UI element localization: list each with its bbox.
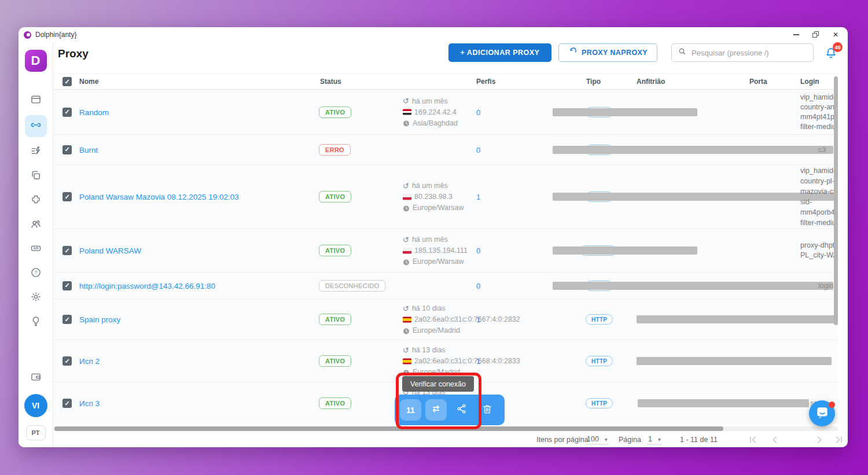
window-titlebar: Dolphin{anty} <box>19 27 848 42</box>
timezone: Europe/Madrid <box>413 325 460 336</box>
clock-icon <box>403 369 410 375</box>
last-page-button[interactable] <box>834 435 844 445</box>
checked-time: há 13 dias <box>412 345 446 356</box>
page-select[interactable]: 1 <box>647 435 662 445</box>
app-icon <box>24 31 31 39</box>
proxy-name-link[interactable]: Poland WARSAW <box>79 246 141 255</box>
proxy-naproxy-button[interactable]: PROXY NAPROXY <box>558 43 657 62</box>
profiles-count[interactable]: 0 <box>476 145 480 154</box>
profiles-count[interactable]: 0 <box>476 108 480 116</box>
proxy-name-link[interactable]: Исп 3 <box>79 399 100 408</box>
status-badge: ATIVO <box>319 355 351 367</box>
row-checkbox[interactable] <box>62 246 72 255</box>
page-label: Página <box>619 436 641 444</box>
sidebar-item-extensions[interactable] <box>25 191 47 210</box>
user-avatar[interactable]: VI <box>24 394 47 417</box>
row-checkbox[interactable] <box>62 356 72 366</box>
status-badge: ATIVO <box>319 397 351 409</box>
profiles-count[interactable]: 1 <box>476 193 480 201</box>
column-perfis: Perfis <box>476 78 495 86</box>
proxy-naproxy-label: PROXY NAPROXY <box>582 49 648 57</box>
column-porta: Porta <box>749 78 767 86</box>
redaction-bar <box>553 282 833 290</box>
trash-icon <box>481 403 493 417</box>
sidebar-item-team[interactable] <box>25 215 47 234</box>
restore-button[interactable] <box>806 27 826 42</box>
column-anfitriao: Anfitrião <box>637 78 665 86</box>
column-nome: Nome <box>79 78 98 86</box>
profiles-count[interactable]: 0 <box>476 281 480 290</box>
proxy-name-link[interactable]: http://login:password@143.42.66.91:80 <box>79 281 215 290</box>
row-checkbox[interactable] <box>62 192 72 201</box>
clock-icon <box>403 204 410 211</box>
redaction-bar <box>637 315 838 323</box>
iraq-flag-icon <box>403 109 411 115</box>
proxy-name-link[interactable]: Random <box>79 108 109 116</box>
selected-count-badge: 11 <box>400 399 421 421</box>
connection-info: há 10 dias 2a02:6ea0:c31c:0:7667:4:0:283… <box>403 303 520 336</box>
login-cell: vip_hamidocountry-pl-r mazovia-citsid- m… <box>800 165 838 228</box>
proxy-name-link[interactable]: Burnt <box>79 145 98 154</box>
profiles-count[interactable]: 1 <box>476 315 480 324</box>
check-connection-button[interactable] <box>425 399 447 421</box>
verify-connection-tooltip: Verificar conexão <box>402 376 474 392</box>
items-per-page-select[interactable]: 100 <box>586 435 609 445</box>
history-icon <box>403 234 409 245</box>
close-button[interactable] <box>826 27 845 42</box>
delete-button[interactable] <box>476 399 498 421</box>
proxy-name-link[interactable]: Spain proxy <box>79 315 120 324</box>
svg-text:API: API <box>33 246 39 250</box>
vertical-scrollbar-thumb[interactable] <box>834 76 838 325</box>
help-icon: ? <box>30 267 42 281</box>
svg-text:?: ? <box>34 270 37 275</box>
minimize-button[interactable] <box>786 27 806 42</box>
status-badge: ERRO <box>319 144 351 156</box>
row-checkbox[interactable] <box>62 281 72 290</box>
sidebar-item-help[interactable]: ? <box>25 264 47 283</box>
search-input[interactable] <box>692 49 807 57</box>
profiles-count[interactable]: 1 <box>476 357 480 366</box>
poland-flag-icon <box>403 194 411 200</box>
share-icon <box>455 403 468 417</box>
row-checkbox[interactable] <box>62 145 72 154</box>
clock-icon <box>403 327 410 334</box>
poland-flag-icon <box>403 248 411 253</box>
language-button[interactable]: PT <box>26 425 46 440</box>
column-login: Login <box>800 78 819 86</box>
sidebar-item-ideas[interactable] <box>25 312 47 332</box>
sidebar-item-browser-profiles[interactable] <box>25 91 47 110</box>
ip-address: 185.135.194.111 <box>414 245 468 256</box>
sidebar-item-tabs[interactable] <box>25 167 47 186</box>
sidebar-item-api[interactable]: API <box>25 240 47 259</box>
checked-time: há 10 dias <box>412 303 446 314</box>
sidebar-item-automation[interactable] <box>25 142 47 161</box>
proxy-name-link[interactable]: Исп 2 <box>79 357 100 366</box>
checked-time: há um mês <box>412 181 448 192</box>
search-box[interactable] <box>671 43 814 62</box>
sidebar-nav: API ? <box>25 91 47 332</box>
share-button[interactable] <box>451 399 472 421</box>
proxy-name-link[interactable]: Poland Warsaw Mazovia 08.12.2025 19:02:0… <box>79 193 239 201</box>
ip-address: 2a02:6ea0:c31c:0:7668:4:0:2833 <box>414 356 520 367</box>
previous-page-button[interactable] <box>770 435 780 445</box>
sidebar-item-settings[interactable] <box>25 288 47 307</box>
horizontal-scrollbar-thumb[interactable] <box>54 426 723 431</box>
select-all-checkbox[interactable] <box>62 77 72 86</box>
items-per-page-value: 100 <box>587 435 599 443</box>
browser-icon <box>30 94 42 108</box>
proxy-type-badge: HTTP <box>586 398 613 408</box>
sidebar-item-proxy[interactable] <box>25 115 47 137</box>
add-proxy-button[interactable]: + ADICIONAR PROXY <box>448 43 551 62</box>
table-row: Random ATIVO há um mês 169.224.42.4 Asia… <box>53 90 838 134</box>
profiles-count[interactable]: 0 <box>476 246 480 255</box>
next-page-button[interactable] <box>814 435 825 445</box>
desktop-background: Dolphin{anty} D <box>0 0 868 475</box>
login-cell: proxy-dhptgPL_city-WAI <box>800 241 838 260</box>
proxy-type-badge: HTTP <box>586 314 613 325</box>
row-checkbox[interactable] <box>62 108 72 117</box>
first-page-button[interactable] <box>748 435 758 445</box>
clock-icon <box>403 120 410 127</box>
sidebar-item-wallet[interactable] <box>25 368 47 387</box>
row-checkbox[interactable] <box>62 315 72 324</box>
row-checkbox[interactable] <box>62 399 72 408</box>
